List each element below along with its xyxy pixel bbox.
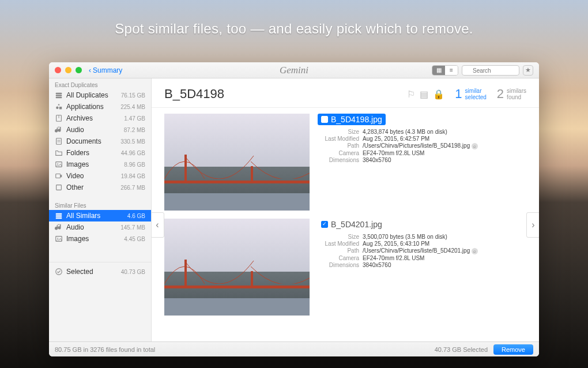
file-name-row[interactable]: B_5D4201.jpg (318, 219, 386, 230)
sidebar-item-size: 225.4 MB (120, 104, 145, 110)
sidebar-item-label: All Duplicates (66, 91, 118, 99)
sidebar-item-size: 1.47 GB (124, 115, 145, 122)
sidebar-item-size: 4.45 GB (124, 236, 145, 242)
sidebar-item-label: Documents (66, 137, 117, 145)
sidebar-item-documents[interactable]: Documents330.5 MB (49, 136, 151, 147)
columns-icon[interactable]: ▤ (420, 89, 428, 100)
meta-label-path: Path (318, 142, 363, 149)
count-found-l1: similars (507, 88, 526, 94)
sidebar-item-folders[interactable]: Folders44.96 GB (49, 147, 151, 159)
window-controls (55, 67, 82, 73)
sidebar-item-applications[interactable]: Applications225.4 MB (49, 101, 151, 112)
tag-icon[interactable]: ⚐ (407, 89, 415, 100)
chevron-left-icon: ‹ (156, 220, 159, 230)
file-name: B_5D4201.jpg (331, 220, 382, 229)
sidebar-item-size: 4.6 GB (127, 213, 145, 219)
stack-icon (55, 212, 63, 220)
meta-label-size: Size (318, 234, 363, 240)
svg-rect-3 (56, 95, 62, 96)
sidebar-item-size: 145.7 MB (120, 224, 145, 231)
marketing-headline: Spot similar files, too — and easily pic… (0, 21, 588, 37)
folder-icon (55, 149, 63, 157)
sidebar-section-exact: Exact Duplicates (49, 78, 151, 89)
check-circle-icon (55, 268, 63, 276)
sidebar-item-video[interactable]: Video19.84 GB (49, 170, 151, 182)
sidebar-item-size: 40.73 GB (121, 269, 145, 275)
svg-rect-15 (56, 185, 62, 190)
meta-label-size: Size (318, 129, 363, 135)
sidebar-item-label: Selected (66, 268, 118, 276)
file-thumbnail[interactable] (164, 114, 310, 211)
file-checkbox[interactable] (321, 221, 328, 228)
meta-label-camera: Camera (318, 150, 363, 156)
svg-point-20 (57, 238, 58, 239)
grid-view-button[interactable]: ▦ (432, 66, 445, 75)
sidebar-item-size: 76.15 GB (121, 92, 145, 99)
remove-button[interactable]: Remove (493, 344, 533, 355)
sidebar-item-images[interactable]: Images4.45 GB (49, 233, 151, 245)
meta-value-path: /Users/Chirva/Pictures/liste/B_5D4198.jp… (363, 142, 526, 149)
app-title: Gemini (280, 65, 308, 76)
svg-rect-18 (56, 217, 62, 219)
file-name-row[interactable]: B_5D4198.jpg (318, 114, 386, 125)
svg-point-5 (56, 107, 58, 109)
reveal-in-finder-icon[interactable]: ⌕ (472, 143, 478, 149)
next-button[interactable]: › (526, 212, 539, 238)
meta-value-dimensions: 3840x5760 (363, 157, 526, 163)
zoom-icon[interactable] (76, 67, 82, 73)
count-selected: 1 similarselected (455, 87, 487, 102)
count-found-l2: found (507, 94, 521, 100)
doc-icon (55, 137, 63, 145)
meta-value-size: 3,500,070 bytes (3.5 MB on disk) (363, 234, 526, 240)
sidebar-item-label: Audio (66, 126, 120, 134)
sidebar-section-similar: Similar Files (49, 199, 151, 210)
app-window: ‹ Summary Gemini ▦ ≡ ★ Exact Duplicates … (49, 62, 539, 356)
lock-icon[interactable]: 🔒 (433, 89, 444, 100)
sidebar-item-images[interactable]: Images8.96 GB (49, 159, 151, 170)
chevron-left-icon: ‹ (89, 66, 91, 74)
sidebar-item-all-duplicates[interactable]: All Duplicates76.15 GB (49, 89, 151, 101)
svg-rect-17 (56, 215, 62, 217)
status-bar: 80.75 GB in 3276 files found in total 40… (49, 341, 539, 356)
meta-label-path: Path (318, 247, 363, 254)
list-view-button[interactable]: ≡ (445, 66, 458, 75)
minimize-icon[interactable] (65, 67, 71, 73)
search-input[interactable] (462, 65, 519, 76)
file-checkbox[interactable] (321, 116, 328, 123)
sidebar-item-archives[interactable]: Archives1.47 GB (49, 112, 151, 124)
file-row: B_5D4201.jpg Size3,500,070 bytes (3.5 MB… (164, 219, 526, 316)
detail-header: B_5D4198 ⚐ ▤ 🔒 1 similarselected 2 simil… (152, 78, 539, 108)
sidebar-item-label: All Similars (66, 212, 124, 220)
prev-button[interactable]: ‹ (152, 212, 164, 238)
sidebar-item-size: 330.5 MB (120, 138, 145, 145)
meta-value-camera: EF24-70mm f/2.8L USM (363, 150, 526, 156)
sidebar: Exact Duplicates All Duplicates76.15 GBA… (49, 78, 152, 341)
other-icon (55, 183, 63, 191)
app-icon (55, 103, 63, 111)
sidebar-item-size: 266.7 MB (120, 185, 145, 191)
close-icon[interactable] (55, 67, 61, 73)
reveal-in-finder-icon[interactable]: ⌕ (472, 248, 478, 254)
titlebar: ‹ Summary Gemini ▦ ≡ ★ (49, 62, 539, 78)
sidebar-item-size: 19.84 GB (121, 173, 145, 179)
sidebar-item-other[interactable]: Other266.7 MB (49, 182, 151, 193)
meta-label-camera: Camera (318, 255, 363, 261)
star-icon: ★ (525, 66, 531, 74)
meta-value-path: /Users/Chirva/Pictures/liste/B_5D4201.jp… (363, 247, 526, 254)
sidebar-item-audio[interactable]: Audio87.2 MB (49, 124, 151, 136)
svg-rect-9 (56, 138, 62, 145)
sidebar-item-label: Folders (66, 149, 118, 157)
list-icon: ≡ (450, 67, 453, 73)
meta-value-dimensions: 3840x5760 (363, 262, 526, 268)
video-icon (55, 172, 63, 180)
sidebar-item-all-similars[interactable]: All Similars4.6 GB (49, 210, 151, 221)
file-thumbnail[interactable] (164, 219, 310, 316)
svg-rect-16 (56, 213, 62, 215)
file-list: ‹ › B_5D4198.jpg Size4,283,874 bytes (4.… (152, 108, 539, 341)
favorite-button[interactable]: ★ (523, 65, 533, 76)
sidebar-item-audio[interactable]: Audio145.7 MB (49, 221, 151, 233)
back-button[interactable]: ‹ Summary (89, 66, 122, 74)
meta-label-dimensions: Dimensions (318, 157, 363, 163)
archive-icon (55, 114, 63, 122)
sidebar-item-selected[interactable]: Selected 40.73 GB (49, 266, 151, 277)
